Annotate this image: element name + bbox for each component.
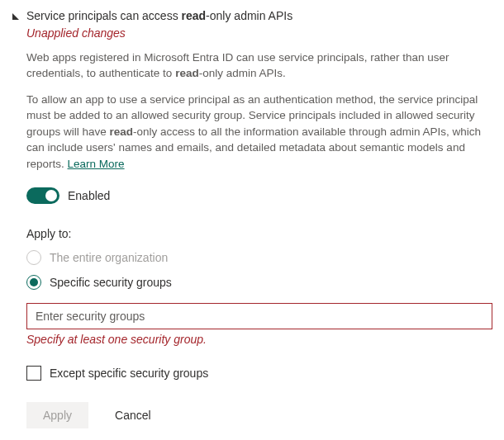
- collapse-caret-icon[interactable]: [12, 11, 20, 22]
- except-groups-checkbox-row[interactable]: Except specific security groups: [26, 366, 492, 381]
- radio-specific-groups[interactable]: Specific security groups: [26, 275, 492, 290]
- radio-specific-label: Specific security groups: [50, 276, 172, 289]
- title-pre: Service principals can access: [26, 9, 182, 22]
- checkbox-icon: [26, 366, 41, 381]
- security-groups-input[interactable]: [26, 303, 492, 329]
- apply-to-label: Apply to:: [26, 227, 492, 240]
- enabled-toggle-label: Enabled: [68, 189, 110, 202]
- cancel-button[interactable]: Cancel: [112, 402, 155, 428]
- toggle-knob: [45, 190, 57, 201]
- setting-header: Service principals can access read-only …: [12, 8, 492, 25]
- enabled-toggle[interactable]: [26, 187, 59, 204]
- desc2-bold: read: [110, 125, 134, 138]
- description-2: To allow an app to use a service princip…: [26, 92, 492, 173]
- radio-entire-label: The entire organization: [50, 251, 168, 264]
- setting-content: Unapplied changes Web apps registered in…: [12, 26, 492, 428]
- except-groups-label: Except specific security groups: [50, 367, 208, 380]
- enabled-toggle-row: Enabled: [26, 187, 492, 204]
- desc1-bold: read: [175, 67, 199, 79]
- action-buttons: Apply Cancel: [26, 402, 492, 428]
- radio-circle-icon: [26, 250, 41, 265]
- desc1-post: -only admin APIs.: [199, 67, 286, 79]
- radio-entire-organization: The entire organization: [26, 250, 492, 265]
- title-bold: read: [182, 9, 207, 22]
- title-post: -only admin APIs: [206, 9, 292, 22]
- learn-more-link[interactable]: Learn More: [68, 158, 125, 170]
- description-1: Web apps registered in Microsoft Entra I…: [26, 50, 492, 82]
- setting-title: Service principals can access read-only …: [26, 8, 292, 25]
- unapplied-changes-label: Unapplied changes: [26, 26, 492, 40]
- validation-message: Specify at least one security group.: [26, 333, 492, 346]
- apply-button[interactable]: Apply: [26, 402, 88, 428]
- setting-panel: Service principals can access read-only …: [0, 0, 504, 440]
- radio-circle-icon: [26, 275, 41, 290]
